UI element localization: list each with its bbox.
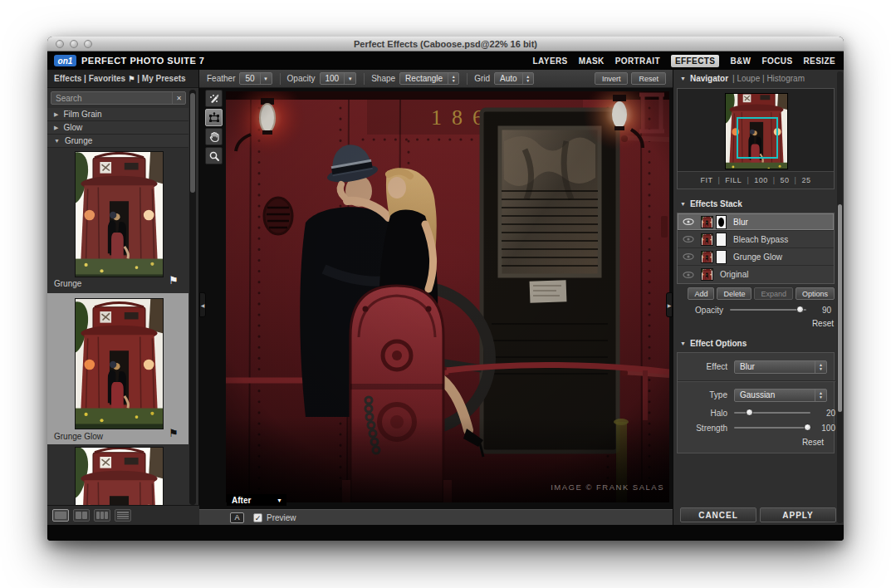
zoom-fill[interactable]: FILL	[725, 176, 742, 184]
visibility-eye-icon[interactable]	[683, 272, 694, 278]
layer-mask-thumbnail[interactable]	[716, 233, 727, 247]
invert-button[interactable]: Invert	[595, 72, 629, 85]
masking-bug-tool[interactable]	[205, 109, 223, 126]
preset-grunge[interactable]: Grunge ⚑	[47, 148, 188, 291]
zoom-100[interactable]: 100	[754, 176, 768, 184]
halo-slider[interactable]	[734, 412, 810, 414]
compare-button[interactable]: A	[230, 512, 244, 523]
options-effect-button[interactable]: Options	[796, 287, 835, 300]
search-box[interactable]: ✕	[51, 91, 186, 105]
panel-scrollbar[interactable]	[837, 71, 843, 523]
shape-dropdown[interactable]: Rectangle ▲▼	[399, 72, 459, 85]
collapse-right-panel-handle[interactable]: ▶	[666, 292, 673, 317]
module-tab-layers[interactable]: LAYERS	[533, 56, 568, 66]
options-reset-link[interactable]: Reset	[802, 438, 824, 447]
preset-thumbnail[interactable]	[75, 447, 164, 505]
category-film-grain[interactable]: ▶ Film Grain	[47, 108, 188, 121]
grid-dropdown[interactable]: Auto ▲▼	[494, 72, 534, 85]
category-grunge[interactable]: ▼ Grunge	[47, 135, 188, 148]
tab-effects-favorites[interactable]: Effects | Favorites	[54, 74, 125, 83]
view-mode-single-icon[interactable]	[52, 509, 69, 522]
category-glow[interactable]: ▶ Glow	[47, 121, 188, 135]
opacity-dropdown[interactable]: 100 ▼	[320, 72, 357, 85]
view-mode-two-column-icon[interactable]	[73, 509, 90, 522]
content-area: Effects | Favorites ⚑ | My Presets ✕ ▶ F…	[47, 70, 844, 525]
module-tab-resize[interactable]: RESIZE	[803, 56, 835, 66]
app-window: Perfect Effects (Caboose.psd@22% 16 bit)…	[47, 37, 844, 541]
clear-search-icon[interactable]: ✕	[172, 92, 185, 104]
zoom-fit[interactable]: FIT	[701, 176, 713, 184]
stack-layer-bleach-bypass[interactable]: Bleach Bypass	[678, 231, 834, 248]
search-input[interactable]	[51, 94, 172, 103]
strength-slider[interactable]	[734, 427, 810, 429]
add-effect-button[interactable]: Add	[688, 287, 714, 300]
slider-thumb[interactable]	[746, 409, 753, 416]
tab-my-presets[interactable]: | My Presets	[137, 74, 185, 83]
stack-reset-link[interactable]: Reset	[812, 319, 834, 328]
navigator-title[interactable]: Navigator	[690, 74, 728, 83]
module-tab-focus[interactable]: FOCUS	[761, 56, 792, 66]
module-tab-portrait[interactable]: PORTRAIT	[615, 56, 660, 66]
presets-tabstrip[interactable]: Effects | Favorites ⚑ | My Presets	[47, 70, 198, 88]
stack-layer-blur[interactable]: Blur	[678, 213, 834, 231]
sidebar-scrollbar[interactable]	[189, 90, 196, 505]
status-bar: A ✓ Preview	[199, 509, 673, 525]
module-tab-bw[interactable]: B&W	[730, 56, 751, 66]
slider-thumb[interactable]	[804, 424, 811, 431]
zoom-tool[interactable]	[205, 147, 223, 164]
preview-checkbox[interactable]: ✓	[253, 513, 262, 522]
navigator-viewport-rect[interactable]	[737, 117, 778, 159]
effect-dropdown[interactable]: Blur ▲▼	[734, 360, 827, 374]
visibility-eye-icon[interactable]	[683, 253, 694, 260]
preview-mode-dropdown[interactable]: After ▼	[227, 494, 286, 506]
opacity-slider[interactable]	[730, 309, 806, 311]
mask-toolbar: Feather 50 ▼ Opacity 100 ▼ Shape Rectang…	[199, 70, 673, 88]
scrollbar-thumb[interactable]	[838, 204, 842, 412]
cancel-button[interactable]: CANCEL	[680, 507, 756, 522]
navigator-header[interactable]: ▼ Navigator | Loupe | Histogram	[680, 74, 805, 83]
layer-mask-thumbnail[interactable]	[716, 250, 727, 264]
visibility-eye-icon[interactable]	[683, 236, 694, 243]
navigator-box: FIT | FILL | 100 | 50 | 25	[677, 88, 835, 189]
image-canvas[interactable]: 1869	[199, 88, 673, 509]
photographer-watermark: IMAGE © FRANK SALAS	[551, 483, 664, 492]
view-mode-three-column-icon[interactable]	[94, 509, 110, 522]
preset-thumbnail[interactable]	[75, 298, 164, 429]
zoom-50[interactable]: 50	[781, 176, 790, 184]
expand-effect-button[interactable]: Expand	[754, 287, 793, 300]
caboose-thumbnail-image	[702, 252, 712, 262]
apply-button[interactable]: APPLY	[760, 507, 836, 522]
grid-value: Auto	[495, 74, 522, 83]
collapse-left-panel-handle[interactable]: ◀	[199, 292, 206, 317]
type-dropdown[interactable]: Gaussian ▲▼	[734, 389, 827, 402]
feather-dropdown[interactable]: 50 ▼	[239, 72, 272, 85]
zoom-25[interactable]: 25	[801, 176, 810, 184]
delete-effect-button[interactable]: Delete	[717, 287, 751, 300]
scrollbar-thumb[interactable]	[190, 93, 195, 193]
preset-partial[interactable]	[47, 445, 188, 505]
slider-thumb[interactable]	[796, 306, 804, 313]
view-mode-list-icon[interactable]	[115, 509, 131, 522]
navigator-thumbnail[interactable]	[725, 93, 788, 169]
separator: |	[795, 176, 797, 184]
flag-icon[interactable]: ⚑	[169, 274, 179, 287]
module-tab-effects[interactable]: EFFECTS	[671, 55, 719, 67]
visibility-eye-icon[interactable]	[683, 218, 694, 225]
masking-brush-tool[interactable]	[205, 90, 223, 107]
grid-label: Grid	[474, 74, 490, 83]
preset-thumbnail[interactable]	[75, 151, 164, 277]
preset-name: Grunge Glow	[54, 432, 103, 441]
pan-tool[interactable]	[205, 128, 223, 145]
stack-layer-original[interactable]: Original	[678, 266, 834, 283]
main-photo[interactable]: 1869	[226, 91, 669, 502]
effect-options-header[interactable]: ▼ Effect Options	[680, 339, 747, 348]
flag-icon[interactable]: ⚑	[169, 427, 179, 439]
module-tab-mask[interactable]: MASK	[579, 56, 605, 66]
reset-mask-button[interactable]: Reset	[631, 72, 666, 85]
stack-layer-grunge-glow[interactable]: Grunge Glow	[678, 248, 834, 266]
preset-grunge-glow[interactable]: Grunge Glow ⚑	[47, 293, 188, 444]
effects-stack-header[interactable]: ▼ Effects Stack	[680, 199, 742, 208]
stack-buttons: Add Delete Expand Options	[673, 287, 835, 300]
navigator-alt-tabs[interactable]: | Loupe | Histogram	[732, 74, 805, 83]
layer-mask-thumbnail[interactable]	[716, 215, 727, 229]
